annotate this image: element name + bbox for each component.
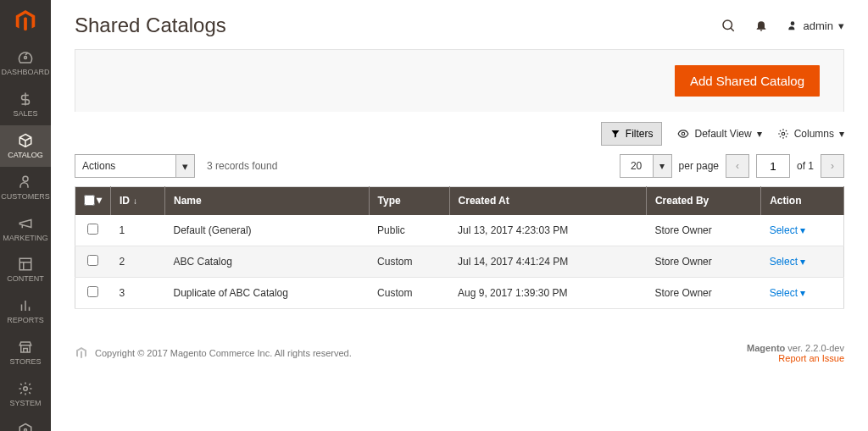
cell-created-by: Store Owner [646,277,760,308]
bulk-actions-select[interactable]: Actions [75,154,176,178]
cell-created-by: Store Owner [646,215,760,246]
table-row[interactable]: 3 Duplicate of ABC Catalog Custom Aug 9,… [75,277,844,308]
dollar-icon [17,91,34,108]
user-name: admin [804,19,833,32]
row-checkbox[interactable] [87,255,98,266]
prev-page-button[interactable]: ‹ [726,154,749,178]
nav-marketing[interactable]: MARKETING [0,208,51,250]
col-created-by[interactable]: Created By [646,187,760,215]
search-icon[interactable] [721,18,736,33]
cell-type: Custom [369,277,449,308]
page-size-toggle[interactable]: ▾ [654,154,672,178]
next-page-button[interactable]: › [821,154,844,178]
cell-id: 3 [111,277,165,308]
chevron-down-icon: ▾ [839,128,844,140]
person-icon [17,174,34,191]
chevron-down-icon: ▾ [838,19,844,32]
nav-partners[interactable]: FIND PARTNERS & EXTENSIONS [0,415,51,431]
svg-point-6 [682,132,686,135]
table-row[interactable]: 2 ABC Catalog Custom Jul 14, 2017 4:41:2… [75,246,844,277]
records-found: 3 records found [207,160,277,172]
cell-created-at: Jul 13, 2017 4:23:03 PM [449,215,646,246]
nav-customers[interactable]: CUSTOMERS [0,167,51,208]
report-issue-link[interactable]: Report an Issue [778,353,844,363]
chevron-down-icon: ▾ [757,128,762,140]
magento-logo-icon [75,346,88,360]
nav-reports[interactable]: REPORTS [0,290,51,332]
page-title: Shared Catalogs [75,14,226,37]
cell-created-by: Store Owner [646,246,760,277]
row-action-select[interactable]: Select ▾ [770,224,806,236]
svg-point-0 [23,176,28,181]
col-created-at[interactable]: Created At [449,187,646,215]
nav-stores[interactable]: STORES [0,332,51,373]
row-action-select[interactable]: Select ▾ [770,256,806,268]
funnel-icon [610,129,620,139]
admin-sidenav: DASHBOARD SALES CATALOG CUSTOMERS MARKET… [0,0,51,431]
layout-icon [17,256,34,273]
eye-icon [677,128,689,140]
user-icon [787,19,798,31]
megaphone-icon [17,215,34,232]
select-all-checkbox[interactable] [84,195,95,206]
version-text: ver. 2.2.0-dev [785,343,844,353]
filters-button[interactable]: Filters [601,122,663,146]
gauge-icon [17,49,34,66]
cell-name: Default (General) [165,215,370,246]
row-checkbox[interactable] [87,224,98,235]
cell-created-at: Jul 14, 2017 4:41:24 PM [449,246,646,277]
user-menu[interactable]: admin ▾ [787,19,844,32]
nav-dashboard[interactable]: DASHBOARD [0,42,51,84]
row-action-select[interactable]: Select ▾ [770,287,806,299]
col-name[interactable]: Name [165,187,370,215]
default-view-button[interactable]: Default View ▾ [677,128,761,140]
cell-id: 2 [111,246,165,277]
svg-point-2 [24,387,28,391]
sort-desc-icon: ↓ [133,196,137,206]
row-checkbox[interactable] [87,286,98,297]
per-page-label: per page [679,160,719,172]
magento-logo[interactable] [0,0,51,42]
add-shared-catalog-button[interactable]: Add Shared Catalog [675,65,820,97]
nav-content[interactable]: CONTENT [0,249,51,290]
cell-type: Public [369,215,449,246]
svg-rect-1 [19,259,31,271]
chevron-down-icon[interactable]: ▾ [97,194,102,206]
nav-sales[interactable]: SALES [0,84,51,125]
svg-point-5 [790,21,794,25]
nav-catalog[interactable]: CATALOG [0,125,51,167]
cell-name: ABC Catalog [165,246,370,277]
svg-point-7 [782,132,785,135]
copyright-text: Copyright © 2017 Magento Commerce Inc. A… [95,348,352,358]
col-id[interactable]: ID↓ [111,187,165,215]
cell-created-at: Aug 9, 2017 1:39:30 PM [449,277,646,308]
columns-button[interactable]: Columns ▾ [777,128,844,140]
total-pages-label: of 1 [797,160,814,172]
table-row[interactable]: 1 Default (General) Public Jul 13, 2017 … [75,215,844,246]
cell-name: Duplicate of ABC Catalog [165,277,370,308]
current-page-input[interactable] [756,154,790,178]
shared-catalogs-grid: ▾ ID↓ Name Type Created At Created By Ac… [75,186,844,309]
bulk-actions-toggle[interactable]: ▾ [176,154,195,178]
notifications-icon[interactable] [754,19,768,32]
col-action: Action [761,187,844,215]
bar-chart-icon [17,297,34,314]
cell-id: 1 [111,215,165,246]
gear-icon [777,128,789,140]
puzzle-icon [17,422,34,431]
version-label: Magento [747,343,785,353]
svg-point-4 [723,20,732,30]
col-type[interactable]: Type [369,187,449,215]
page-size-select[interactable]: 20 [620,154,654,178]
storefront-icon [17,339,34,356]
gear-icon [17,380,34,397]
cube-icon [17,132,34,149]
cell-type: Custom [369,246,449,277]
nav-system[interactable]: SYSTEM [0,373,51,415]
